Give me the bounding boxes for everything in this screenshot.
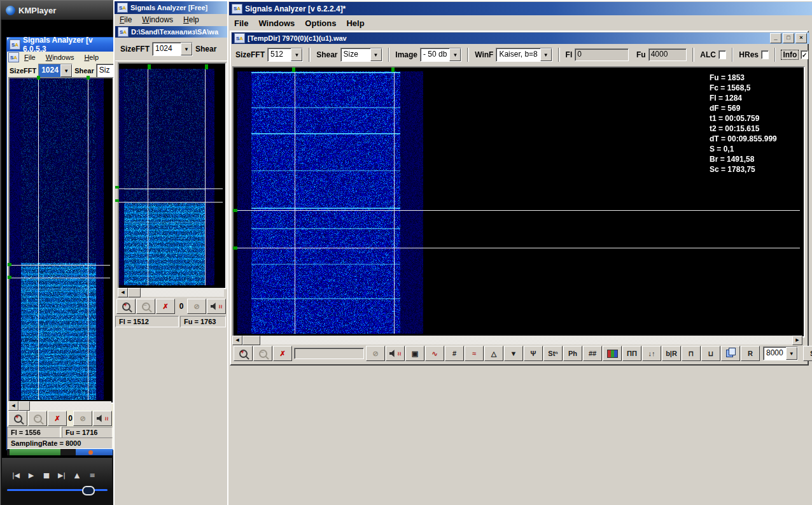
marker-down-button[interactable]: ▼ [504, 346, 523, 361]
delete-marks-button[interactable]: ✗ [48, 411, 67, 426]
s-button[interactable]: S [803, 346, 812, 361]
menu-item-help[interactable]: Help [341, 17, 369, 29]
zoom-in-button[interactable] [116, 299, 136, 314]
speaker-button[interactable]: ≀≀ [207, 299, 226, 314]
scroll-thumb[interactable] [18, 401, 30, 411]
scroll-thumb[interactable] [242, 336, 260, 345]
menu-item-help[interactable]: Help [79, 52, 104, 62]
safree-child-titlebar[interactable]: SA D:\Sand\Теханализ\SA\wa [115, 26, 230, 38]
scroll-left-icon[interactable]: ◀ [118, 288, 128, 297]
shear-combo[interactable]: Size▼ [340, 48, 382, 62]
sizefft-combo[interactable]: 1024▼ [38, 64, 73, 78]
cancel-button[interactable]: ⊘ [187, 299, 206, 314]
play-button[interactable]: ▶ [24, 468, 39, 482]
winf-label: WinF [475, 50, 493, 59]
delete-marks-button[interactable]: ✗ [273, 346, 292, 361]
r-button[interactable]: R [741, 346, 760, 361]
winf-combo[interactable]: Kaiser, b=8▼ [496, 48, 552, 62]
menu-item-windows[interactable]: Windows [41, 52, 80, 62]
zoom-out-button[interactable] [136, 299, 155, 314]
sa605-hscrollbar[interactable]: ◀ [8, 401, 111, 410]
menu-item-file[interactable]: File [19, 52, 41, 62]
sa605-titlebar[interactable]: SA Signals Analyzer [v 6.0.5.3 [7, 38, 118, 52]
playlist-button[interactable]: ≡ [85, 468, 100, 482]
statistics-button[interactable]: Stⁿ [543, 346, 563, 361]
delete-marks-icon: ✗ [54, 415, 60, 423]
image-combo[interactable]: - 50 db▼ [420, 48, 461, 62]
sa605-spectrogram[interactable] [10, 78, 110, 400]
scroll-left-icon[interactable]: ◀ [232, 336, 242, 345]
close-button[interactable]: × [795, 33, 807, 43]
cancel-button[interactable]: ⊘ [366, 346, 385, 361]
alc-checkbox[interactable] [718, 50, 726, 59]
cancel-icon: ⊘ [80, 415, 85, 423]
samain-titlebar[interactable]: SA Signals Analyzer [v 6.2.2.4]* [229, 2, 812, 15]
eject-button[interactable]: ▲ [69, 468, 85, 482]
wav-titlebar[interactable]: SA [TempDir] 7970(0)(c1)(u1).wav _ □ × [232, 32, 809, 44]
b-r-icon: b|R [666, 350, 677, 357]
updown-button[interactable]: ↓↑ [642, 346, 661, 361]
safree-spectrogram[interactable] [119, 69, 223, 285]
scroll-track[interactable] [30, 401, 111, 410]
safree-titlebar[interactable]: SA Signals Analyzer [Free] [115, 1, 231, 14]
status-samplingrate: SamplingRate = 8000 [7, 437, 113, 449]
sizefft-combo[interactable]: 1024▼ [152, 42, 193, 56]
zoom-in-button[interactable] [8, 411, 27, 426]
kmplayer-titlebar[interactable]: KMPlayer [1, 1, 123, 20]
stop-button[interactable]: ■ [39, 468, 54, 482]
scroll-left-icon[interactable]: ◀ [8, 401, 18, 411]
phase-button[interactable]: Ph [563, 346, 582, 361]
sizefft-label: SizeFFT [10, 67, 36, 75]
info-checkbox[interactable]: ✓ [801, 50, 808, 59]
hres-checkbox[interactable] [761, 50, 769, 59]
scroll-thumb[interactable] [128, 288, 141, 297]
shear-combo[interactable]: Siz [96, 64, 115, 78]
menu-item-options[interactable]: Options [300, 17, 341, 29]
maximize-button[interactable]: □ [783, 33, 794, 43]
stop-frame-button[interactable]: ▣ [405, 346, 424, 361]
b-r-button[interactable]: b|R [662, 346, 681, 361]
spectrum-curve-icon: ∿ [431, 350, 437, 358]
pulse2-button[interactable]: ⊔ [701, 346, 720, 361]
kmplayer-seek-knob[interactable] [82, 486, 95, 495]
zoom-out-button[interactable] [253, 346, 272, 361]
rect-window-button[interactable]: ΠΠ [622, 346, 641, 361]
menu-item-file[interactable]: File [115, 14, 137, 25]
minimize-button[interactable]: _ [770, 33, 781, 43]
fu-field[interactable]: 4000 [648, 48, 687, 61]
position-field[interactable] [293, 346, 365, 360]
menu-item-windows[interactable]: Windows [253, 17, 300, 29]
samplingrate-combo[interactable]: 8000▼ [763, 346, 798, 360]
comb-filter-button[interactable]: ## [583, 346, 602, 361]
sizefft-combo[interactable]: 512▼ [267, 48, 303, 62]
kmplayer-title: KMPlayer [18, 6, 56, 15]
level-curve-button[interactable]: ≈ [465, 346, 484, 361]
marker-psi-button[interactable]: Ψ [524, 346, 543, 361]
zoom-out-button[interactable] [28, 411, 47, 426]
previous-button[interactable]: |◀ [8, 468, 24, 482]
marker-left [8, 263, 11, 266]
palette-button[interactable] [603, 346, 622, 361]
speaker-button[interactable]: ≀≀ [386, 346, 405, 361]
delete-marks-button[interactable]: ✗ [156, 299, 175, 314]
report-button[interactable]: # [445, 346, 464, 361]
menu-item-help[interactable]: Help [178, 14, 204, 25]
copy-button[interactable] [721, 346, 740, 361]
fl-field[interactable]: 0 [575, 48, 629, 61]
spectrum-curve-button[interactable]: ∿ [425, 346, 444, 361]
scroll-track[interactable] [141, 288, 224, 297]
zoom-in-button[interactable] [234, 346, 253, 361]
menu-item-windows[interactable]: Windows [137, 14, 178, 25]
position-field[interactable] [294, 348, 364, 359]
speaker-button[interactable]: ≀≀ [93, 411, 112, 426]
next-button[interactable]: ▶| [54, 468, 69, 482]
cancel-button[interactable]: ⊘ [73, 411, 92, 426]
menu-item-file[interactable]: File [229, 17, 253, 29]
safree-hscrollbar[interactable]: ◀ [118, 288, 224, 297]
wav-hscrollbar[interactable]: ◀ ▶ [232, 336, 802, 345]
samain-menu-items: FileWindowsOptionsHelp [229, 17, 370, 29]
pulse-button[interactable]: ⊓ [682, 346, 701, 361]
scroll-track[interactable] [260, 336, 792, 345]
scroll-right-icon[interactable]: ▶ [792, 336, 802, 345]
marker-tree-button[interactable]: △ [484, 346, 503, 361]
